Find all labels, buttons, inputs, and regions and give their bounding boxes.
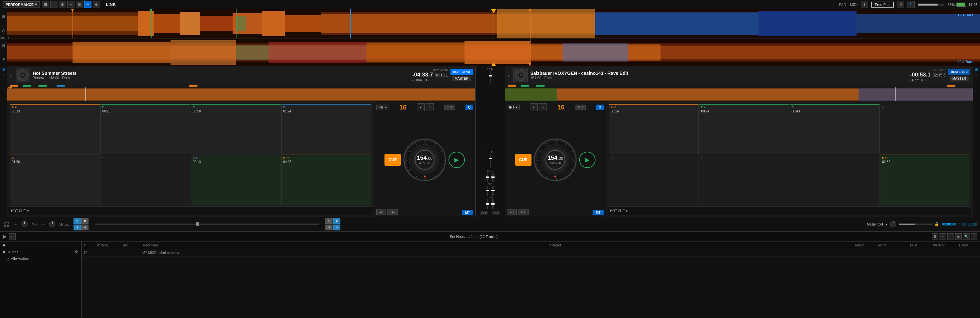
deck2-cue-C[interactable]: C 00:49 — [789, 104, 880, 154]
deck1-ma-btn[interactable]: MA — [387, 209, 398, 216]
deck1-low-slider[interactable] — [487, 199, 488, 209]
zoom-in-icon[interactable]: ⊕ — [2, 14, 6, 19]
deck1-cue-B[interactable]: B 00:25 — [100, 104, 191, 154]
master-out-slider[interactable] — [899, 224, 932, 225]
deck2-beat-sync-btn[interactable]: BEAT SYNC — [948, 69, 970, 75]
col-genre-header[interactable]: Genre — [875, 243, 908, 247]
deck2-play-btn[interactable]: ▶ — [579, 152, 595, 168]
deck1-q-btn[interactable]: Q — [466, 105, 473, 110]
deck2-int-selector[interactable]: INT ▾ — [507, 105, 520, 110]
deck1-au-btn[interactable]: AU — [376, 209, 387, 216]
deck2-cue-B[interactable]: B ↩ 00:24 — [699, 104, 789, 154]
headphone-icon[interactable]: 🎧 — [3, 221, 10, 227]
video-icon-btn[interactable]: ▣ — [59, 1, 66, 8]
deck1-cue-D[interactable]: D 01:24 — [281, 104, 371, 154]
deck1-cue-C[interactable]: C 00:50 — [191, 104, 281, 154]
lib-stop-btn[interactable]: ⏹ — [955, 233, 962, 240]
grid-icon-btn[interactable]: ⊞ — [76, 1, 83, 8]
lib-nav-prev[interactable]: ▶ — [3, 233, 6, 240]
col-rating-header[interactable]: Wertung — [931, 243, 957, 247]
deck1-master-btn[interactable]: MASTER — [452, 76, 471, 81]
deck2-slip-btn[interactable]: SLIP — [575, 105, 586, 110]
deck2-key-display[interactable]: ‹ Ebm ±0 › — [910, 78, 945, 82]
midi-label[interactable]: MIDI — [850, 3, 858, 6]
col-artist-header[interactable]: Interpret — [547, 243, 853, 247]
col-duration-header[interactable]: Dauer — [957, 243, 980, 247]
deck1-ch4-btn[interactable]: 4 — [81, 225, 89, 230]
col-image-header[interactable]: Bild — [121, 243, 140, 247]
deck2-au-btn[interactable]: AU — [507, 209, 517, 216]
deck2-cue-btn[interactable]: CUE — [515, 154, 531, 166]
sync-icon-btn[interactable]: ↻ — [907, 1, 915, 8]
lib-view-btn2[interactable]: ≡ — [940, 233, 946, 240]
deck1-cue-btn[interactable]: CUE — [385, 154, 401, 166]
deck2-mt-btn[interactable]: MT — [593, 210, 604, 216]
table-row-1[interactable]: 10 MY MIND - Marlow remix — [82, 249, 980, 257]
deck2-cue-E[interactable]: E — [609, 155, 699, 205]
deck2-cue-bottom-label[interactable]: CUE — [492, 211, 500, 216]
deck1-slip-btn[interactable]: SLIP — [444, 105, 455, 110]
deck2-low-slider[interactable] — [492, 199, 493, 209]
expand-icon-btn[interactable]: ↕ — [50, 1, 57, 8]
zoom-bottom-icon[interactable]: ⊖ — [2, 43, 6, 48]
deck1-high-slider[interactable] — [487, 173, 488, 182]
deck2-master-btn[interactable]: MASTER — [950, 76, 969, 81]
deck1-mini-waveform[interactable] — [7, 84, 475, 101]
waveform-top[interactable]: ⊕ ⊖ — [0, 9, 980, 38]
deck1-cue-bottom-label[interactable]: CUE — [480, 211, 488, 216]
deck2-ch1-btn[interactable]: 1 — [325, 218, 332, 224]
deck2-high-slider[interactable] — [492, 173, 493, 182]
lib-view-btn1[interactable]: ☰ — [932, 233, 938, 240]
deck1-hot-cue-dropdown[interactable]: HOT CUE ▾ — [11, 209, 29, 213]
deck2-loop-left[interactable]: ‹ — [530, 103, 538, 111]
deck2-cue-H[interactable]: H ↩ 02:32 — [880, 155, 970, 205]
deck2-ch3-btn[interactable]: 3 — [325, 225, 332, 230]
deck1-trim-slider[interactable] — [490, 71, 491, 84]
lib-pause-btn[interactable]: ⏸ — [947, 233, 954, 240]
deck2-cue-A[interactable]: A ↩ 00:14 — [609, 104, 699, 154]
mix-knob[interactable] — [21, 221, 28, 227]
deck1-cue-H[interactable]: H ↩ 04:25 — [281, 155, 371, 205]
col-preview-header[interactable]: Vorschau — [95, 243, 121, 247]
col-track-header[interactable]: Trackname — [140, 243, 547, 247]
deck2-cue-F[interactable]: F — [699, 155, 789, 205]
rst-button[interactable]: RST ‹ — [0, 36, 10, 40]
deck1-loop-right[interactable]: › — [426, 103, 434, 111]
record-icon-btn[interactable]: ⏺ — [93, 1, 100, 8]
deck1-eq-icon[interactable]: ≡ — [3, 73, 5, 77]
deck1-mt-btn[interactable]: MT — [462, 210, 473, 216]
deck1-cue-G[interactable]: G ↩ 00:13 — [191, 155, 281, 205]
deck1-ch3-btn[interactable]: 3 — [73, 225, 81, 230]
deck1-turntable[interactable]: 154 .00 4.0% ±6 — [403, 139, 446, 181]
col-key-header[interactable]: Tonart — [853, 243, 875, 247]
free-plus-button[interactable]: Free Plus — [871, 2, 894, 8]
settings-icon-btn[interactable]: ⚙ — [897, 1, 904, 8]
col-bpm-header[interactable]: BPM — [908, 243, 931, 247]
level-knob[interactable] — [49, 221, 56, 227]
deck1-cue-E[interactable]: E 01:50 — [10, 155, 100, 205]
deck2-loop-right[interactable]: › — [539, 103, 547, 111]
lib-search-btn[interactable]: 🔍 — [963, 233, 970, 240]
pad-label[interactable]: PAD — [839, 3, 846, 6]
deck1-key-display[interactable]: ‹ Dbm ±0 › — [412, 78, 448, 82]
lib-more-btn[interactable]: ⋮ — [971, 233, 977, 240]
deck2-cue-D[interactable]: D — [880, 104, 970, 154]
deck1-mid-slider[interactable] — [487, 186, 488, 196]
deck1-ch2-btn[interactable]: 2 — [81, 218, 89, 224]
deck2-hot-cue-dropdown[interactable]: HOT CUE ▾ — [610, 209, 628, 213]
lib-list-icon[interactable]: □ — [9, 233, 16, 240]
deck1-play-btn[interactable]: ▶ — [449, 152, 465, 168]
chevron-down-wave-icon[interactable]: ▾ — [3, 56, 5, 62]
waveform-bottom[interactable]: ⊖ ▾ 99.4 Bars — [0, 38, 980, 66]
deck2-q-btn[interactable]: Q — [596, 105, 604, 110]
lock-icon[interactable]: 🔒 — [934, 222, 939, 227]
col-nr-header[interactable]: # — [82, 243, 95, 247]
zoom-out-icon[interactable]: ⊖ — [2, 29, 6, 33]
deck2-mini-waveform[interactable] — [505, 84, 973, 101]
performance-button[interactable]: PERFORMANCE ▾ — [3, 1, 40, 8]
deck2-cue-G[interactable]: G — [789, 155, 880, 205]
sidebar-itunes[interactable]: ▶ iTunes ⚙ — [0, 248, 81, 255]
sidebar-add-btn[interactable]: ▶ — [0, 241, 81, 248]
deck2-ch4-btn[interactable]: 4 — [333, 225, 340, 230]
deck2-ch2-btn[interactable]: 2 — [333, 218, 340, 224]
